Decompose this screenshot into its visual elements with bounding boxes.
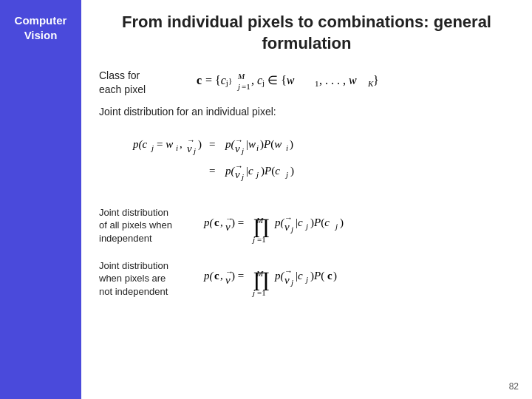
svg-text:,: , [220,217,223,229]
joint-dist-svg: p(c j = w i , → v j ) = p( → v j |w i )P… [129,129,484,188]
svg-text:p(: p( [274,270,285,283]
svg-text:v: v [235,143,240,155]
svg-text:p(: p( [225,139,236,151]
svg-text:|c: |c [246,166,253,177]
svg-text:c: c [214,217,219,229]
page-number: 82 [509,381,519,392]
class-pixel-row: Class for each pixel c = {cj} M j =1 , c… [99,67,514,98]
svg-text:,  cj ∈ {w: , cj ∈ {w [251,74,295,87]
svg-text:i: i [286,143,288,152]
svg-text:,: , [220,270,223,282]
svg-text:c: c [197,74,202,86]
page-title: From individual pixels to combinations: … [99,12,514,54]
svg-text:j: j [304,275,308,284]
svg-text:c: c [327,270,332,282]
svg-text:j: j [290,225,293,233]
svg-text:j: j [150,143,154,152]
svg-text:j: j [334,222,338,231]
svg-text:j: j [236,82,240,91]
svg-text:p(c: p(c [132,139,147,151]
lower-row-2: Joint distribution when pixels are not i… [99,255,514,302]
svg-text:i: i [176,143,178,152]
class-pixel-formula: c = {cj} M j =1 , cj ∈ {w 1 , . . . , w … [195,67,417,98]
svg-text:,: , [180,139,183,151]
lower-formula-1: p( c , → v ) = M ∏ j =1 p( → [202,202,432,249]
svg-text:j: j [192,146,196,155]
svg-text:)P(w: )P(w [260,139,282,151]
svg-text:) =: ) = [231,217,244,230]
svg-text:v: v [187,143,192,155]
svg-text:1: 1 [315,79,319,88]
main-content: From individual pixels to combinations: … [81,0,532,399]
joint-dist-label: Joint distribution for an individual pix… [99,106,514,117]
svg-text:v: v [225,222,231,233]
svg-text:p(: p( [203,270,214,283]
svg-text:|c: |c [296,217,303,229]
svg-text:): ) [198,139,202,151]
svg-text:|c: |c [296,270,303,282]
sidebar-title: Computer Vision [15,13,67,42]
svg-text:c: c [214,270,219,282]
svg-text:p(: p( [225,166,236,178]
class-pixel-label: Class for each pixel [99,69,188,97]
content-area: From individual pixels to combinations: … [81,0,532,399]
svg-text:p(: p( [274,217,285,230]
svg-text:= w: = w [157,139,173,151]
svg-text:j: j [290,278,293,287]
svg-text:|w: |w [246,139,256,151]
svg-text:= {cj}: = {cj} [205,74,232,87]
svg-text:j: j [304,222,308,231]
lower-section: Joint distribution of all pixels when in… [99,202,514,308]
svg-text:, . . . , w: , . . . , w [319,74,357,86]
svg-text:j: j [240,146,244,155]
svg-text:=: = [209,139,215,151]
lower-formula-1-svg: p( c , → v ) = M ∏ j =1 p( → [202,202,432,246]
svg-text:v: v [225,275,231,287]
svg-text:): ) [290,139,293,151]
formula-class-pixel-svg: c = {cj} M j =1 , cj ∈ {w 1 , . . . , w … [195,67,417,95]
svg-text:=: = [209,166,215,177]
svg-text:): ) [333,270,337,283]
svg-text:) =: ) = [231,270,244,283]
svg-text:j: j [240,172,244,181]
svg-text:j: j [251,288,255,297]
svg-text:j: j [284,170,288,179]
svg-text:=1: =1 [257,235,266,244]
lower-label-2: Joint distribution when pixels are not i… [99,259,195,299]
svg-text:=1: =1 [242,82,250,91]
svg-text:}: } [373,74,379,86]
lower-label-1: Joint distribution of all pixels when in… [99,206,195,245]
svg-text:=1: =1 [257,288,266,297]
lower-row-1: Joint distribution of all pixels when in… [99,202,514,249]
svg-text:)P(c: )P(c [261,166,280,178]
sidebar: Computer Vision [0,0,81,399]
svg-text:p(: p( [203,217,214,230]
svg-text:): ) [340,217,344,230]
svg-text:j: j [251,235,255,244]
svg-text:v: v [284,222,290,233]
joint-dist-formulas: p(c j = w i , → v j ) = p( → v j |w i )P… [99,129,514,188]
svg-text:j: j [255,170,259,179]
svg-text:i: i [256,143,259,152]
svg-text:)P(c: )P(c [310,217,330,230]
svg-text:): ) [290,166,294,178]
svg-text:v: v [284,275,290,287]
svg-text:v: v [235,169,240,181]
lower-formula-2-svg: p( c , → v ) = M ∏ j =1 p( → [202,255,432,299]
svg-text:)P(: )P( [310,270,324,283]
svg-text:M: M [237,72,245,81]
lower-formula-2: p( c , → v ) = M ∏ j =1 p( → [202,255,432,302]
